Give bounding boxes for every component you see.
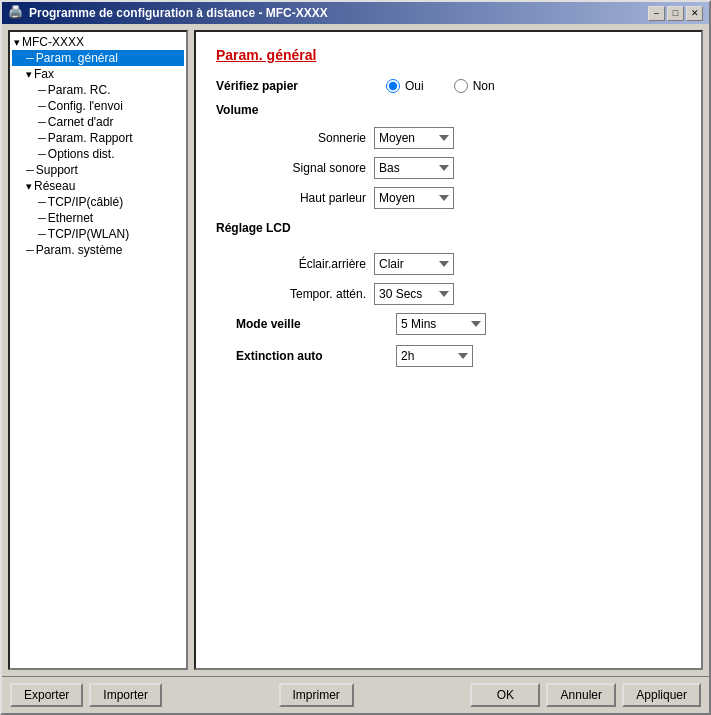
tempor-atten-label: Tempor. attén. — [236, 287, 366, 301]
volume-header-row: Volume — [216, 103, 681, 117]
sidebar-item-fax[interactable]: ▾ Fax — [12, 66, 184, 82]
annuler-button[interactable]: Annuler — [546, 683, 616, 707]
volume-label: Volume — [216, 103, 258, 117]
sidebar-label: Options dist. — [48, 147, 115, 161]
imprimer-button[interactable]: Imprimer — [279, 683, 354, 707]
sidebar-label: Ethernet — [48, 211, 93, 225]
window-title: Programme de configuration à distance - … — [29, 6, 328, 20]
expand-icon: ▾ — [26, 180, 32, 193]
close-button[interactable]: ✕ — [686, 6, 703, 21]
expand-icon: ▾ — [26, 68, 32, 81]
reglage-lcd-header: Réglage LCD — [216, 217, 681, 243]
mode-veille-row: Mode veille 1 Min 2 Mins 3 Mins 5 Mins 1… — [236, 313, 681, 335]
volume-section: Volume Sonnerie Bas Moyen Haut Désactivé… — [216, 103, 681, 209]
importer-button[interactable]: Importer — [89, 683, 162, 707]
extinction-auto-label: Extinction auto — [236, 349, 396, 363]
haut-parleur-row: Haut parleur Bas Moyen Haut Désactivé — [236, 187, 681, 209]
sidebar-item-reseau[interactable]: ▾ Réseau — [12, 178, 184, 194]
sonnerie-row: Sonnerie Bas Moyen Haut Désactivé — [236, 127, 681, 149]
footer-center: Imprimer — [279, 683, 354, 707]
appliquer-button[interactable]: Appliquer — [622, 683, 701, 707]
main-panel: Param. général Vérifiez papier Oui Non — [194, 30, 703, 670]
footer-right: OK Annuler Appliquer — [470, 683, 701, 707]
leaf-icon: ─ — [26, 244, 34, 256]
verifiez-papier-label: Vérifiez papier — [216, 79, 376, 93]
sidebar-item-param-rc[interactable]: ─ Param. RC. — [12, 82, 184, 98]
verifiez-papier-row: Vérifiez papier Oui Non — [216, 79, 681, 93]
reglage-lcd-section: Réglage LCD Éclair.arrière Clair Moyen F… — [216, 217, 681, 305]
title-bar: 🖨️ Programme de configuration à distance… — [2, 2, 709, 24]
leaf-icon: ─ — [38, 228, 46, 240]
sidebar-item-options-dist[interactable]: ─ Options dist. — [12, 146, 184, 162]
sidebar-label: Param. général — [36, 51, 118, 65]
verifiez-papier-radio-group: Oui Non — [386, 79, 495, 93]
radio-non-input[interactable] — [454, 79, 468, 93]
sidebar-label: TCP/IP(WLAN) — [48, 227, 129, 241]
sidebar-label: Support — [36, 163, 78, 177]
sidebar-item-config-envoi[interactable]: ─ Config. l'envoi — [12, 98, 184, 114]
sidebar-item-tcp-ip-cable[interactable]: ─ TCP/IP(câblé) — [12, 194, 184, 210]
mode-veille-select[interactable]: 1 Min 2 Mins 3 Mins 5 Mins 10 Mins 30 Mi… — [396, 313, 486, 335]
sidebar-label: Param. système — [36, 243, 123, 257]
leaf-icon: ─ — [38, 116, 46, 128]
haut-parleur-label: Haut parleur — [236, 191, 366, 205]
haut-parleur-select[interactable]: Bas Moyen Haut Désactivé — [374, 187, 454, 209]
maximize-button[interactable]: □ — [667, 6, 684, 21]
radio-oui-label: Oui — [405, 79, 424, 93]
sidebar-label: Param. Rapport — [48, 131, 133, 145]
eclair-arriere-select[interactable]: Clair Moyen Foncé — [374, 253, 454, 275]
footer-left: Exporter Importer — [10, 683, 162, 707]
signal-sonore-select[interactable]: Bas Moyen Haut Désactivé — [374, 157, 454, 179]
leaf-icon: ─ — [38, 212, 46, 224]
leaf-icon: ─ — [26, 164, 34, 176]
section-title: Param. général — [216, 47, 681, 63]
sidebar-label: Param. RC. — [48, 83, 111, 97]
extinction-auto-row: Extinction auto Désactivé 1h 2h 4h 8h — [236, 345, 681, 367]
radio-non-label: Non — [473, 79, 495, 93]
eclair-arriere-label: Éclair.arrière — [236, 257, 366, 271]
sonnerie-select[interactable]: Bas Moyen Haut Désactivé — [374, 127, 454, 149]
expand-icon: ▾ — [14, 36, 20, 49]
radio-oui[interactable]: Oui — [386, 79, 424, 93]
ok-button[interactable]: OK — [470, 683, 540, 707]
sonnerie-label: Sonnerie — [236, 131, 366, 145]
title-bar-left: 🖨️ Programme de configuration à distance… — [8, 5, 328, 21]
signal-sonore-row: Signal sonore Bas Moyen Haut Désactivé — [236, 157, 681, 179]
content-area: ▾ MFC-XXXX ─ Param. général ▾ Fax ─ Para… — [2, 24, 709, 676]
tempor-atten-row: Tempor. attén. 10 Secs 20 Secs 30 Secs D… — [236, 283, 681, 305]
sidebar-label: Réseau — [34, 179, 75, 193]
sidebar: ▾ MFC-XXXX ─ Param. général ▾ Fax ─ Para… — [8, 30, 188, 670]
main-window: 🖨️ Programme de configuration à distance… — [0, 0, 711, 715]
footer: Exporter Importer Imprimer OK Annuler Ap… — [2, 676, 709, 713]
leaf-icon: ─ — [38, 148, 46, 160]
minimize-button[interactable]: – — [648, 6, 665, 21]
sidebar-item-ethernet[interactable]: ─ Ethernet — [12, 210, 184, 226]
exporter-button[interactable]: Exporter — [10, 683, 83, 707]
sidebar-item-support[interactable]: ─ Support — [12, 162, 184, 178]
leaf-icon: ─ — [38, 132, 46, 144]
sidebar-label: Config. l'envoi — [48, 99, 123, 113]
mode-veille-label: Mode veille — [236, 317, 396, 331]
eclair-arriere-row: Éclair.arrière Clair Moyen Foncé — [236, 253, 681, 275]
extinction-auto-select[interactable]: Désactivé 1h 2h 4h 8h — [396, 345, 473, 367]
leaf-icon: ─ — [38, 100, 46, 112]
signal-sonore-label: Signal sonore — [236, 161, 366, 175]
leaf-icon: ─ — [38, 196, 46, 208]
sidebar-label: TCP/IP(câblé) — [48, 195, 123, 209]
sidebar-item-mfc-xxxx[interactable]: ▾ MFC-XXXX — [12, 34, 184, 50]
reglage-lcd-label: Réglage LCD — [216, 221, 291, 235]
sidebar-label: Fax — [34, 67, 54, 81]
sidebar-item-carnet-adr[interactable]: ─ Carnet d'adr — [12, 114, 184, 130]
sidebar-item-param-rapport[interactable]: ─ Param. Rapport — [12, 130, 184, 146]
sidebar-item-param-systeme[interactable]: ─ Param. système — [12, 242, 184, 258]
window-icon: 🖨️ — [8, 5, 24, 21]
sidebar-label: MFC-XXXX — [22, 35, 84, 49]
sidebar-item-tcp-ip-wlan[interactable]: ─ TCP/IP(WLAN) — [12, 226, 184, 242]
radio-oui-input[interactable] — [386, 79, 400, 93]
sidebar-item-param-general[interactable]: ─ Param. général — [12, 50, 184, 66]
tempor-atten-select[interactable]: 10 Secs 20 Secs 30 Secs Désactivé — [374, 283, 454, 305]
radio-non[interactable]: Non — [454, 79, 495, 93]
leaf-icon: ─ — [38, 84, 46, 96]
sidebar-label: Carnet d'adr — [48, 115, 114, 129]
leaf-icon: ─ — [26, 52, 34, 64]
